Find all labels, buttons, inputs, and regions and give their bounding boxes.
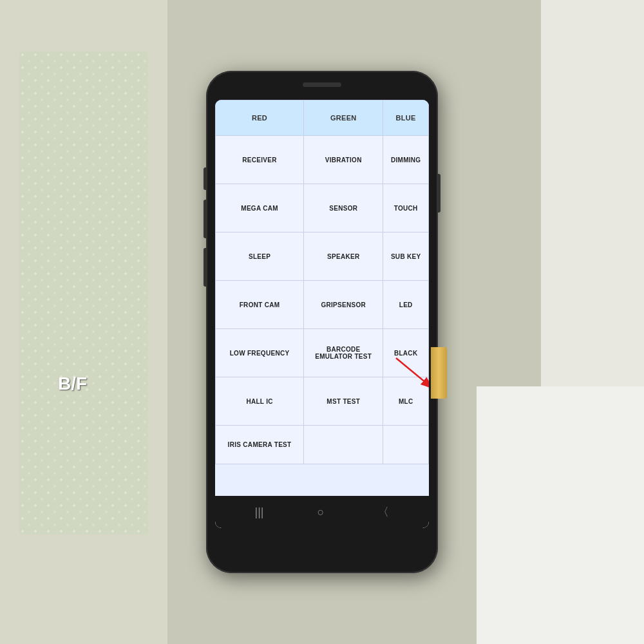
flex-connector	[431, 347, 447, 399]
menu-item-mst-test[interactable]: MST TEST	[304, 377, 383, 426]
menu-item-empty-2	[383, 426, 429, 464]
recent-apps-button[interactable]: |||	[255, 506, 264, 519]
volume-down-button[interactable]	[204, 200, 206, 238]
phone-screen: RED GREEN BLUE RECEIVER VIBRATION DIMMIN…	[215, 100, 429, 528]
test-row-2: MEGA CAM SENSOR TOUCH	[216, 184, 429, 232]
menu-item-gripsensor[interactable]: GRIPSENSOR	[304, 281, 383, 329]
menu-item-vibration[interactable]: VIBRATION	[304, 136, 383, 184]
test-menu-grid: RED GREEN BLUE RECEIVER VIBRATION DIMMIN…	[215, 100, 429, 496]
background-left	[0, 0, 167, 644]
menu-item-mlc[interactable]: MLC	[383, 377, 429, 426]
header-row: RED GREEN BLUE	[216, 100, 429, 136]
menu-item-black[interactable]: BLACK	[383, 329, 429, 377]
bubble-wrap-texture	[19, 52, 148, 535]
menu-item-hall-ic[interactable]: HALL IC	[216, 377, 304, 426]
menu-item-front-cam[interactable]: FRONT CAM	[216, 281, 304, 329]
volume-up-button[interactable]	[204, 167, 206, 190]
menu-item-speaker[interactable]: SPEAKER	[304, 232, 383, 281]
menu-item-low-frequency[interactable]: LOW FREQUENCY	[216, 329, 304, 377]
test-row-3: SLEEP SPEAKER SUB KEY	[216, 232, 429, 281]
test-row-6: HALL IC MST TEST MLC	[216, 377, 429, 426]
menu-item-empty-1	[304, 426, 383, 464]
test-row-5: LOW FREQUENCY BARCODEEMULATOR TEST BLACK	[216, 329, 429, 377]
bf-label: B/F	[58, 374, 87, 394]
power-button[interactable]	[438, 174, 440, 213]
back-button[interactable]: 〈	[377, 504, 389, 520]
table-surface	[477, 386, 644, 644]
menu-item-led[interactable]: LED	[383, 281, 429, 329]
bixby-button[interactable]	[204, 248, 206, 287]
navigation-bar: ||| ○ 〈	[215, 496, 429, 528]
phone-device: RED GREEN BLUE RECEIVER VIBRATION DIMMIN…	[206, 71, 438, 573]
test-row-4: FRONT CAM GRIPSENSOR LED	[216, 281, 429, 329]
menu-item-receiver[interactable]: RECEIVER	[216, 136, 304, 184]
header-green[interactable]: GREEN	[304, 100, 383, 136]
menu-item-iris-camera[interactable]: IRIS CAMERA TEST	[216, 426, 304, 464]
phone-speaker	[303, 82, 341, 87]
test-row-1: RECEIVER VIBRATION DIMMING	[216, 136, 429, 184]
menu-item-dimming[interactable]: DIMMING	[383, 136, 429, 184]
header-red[interactable]: RED	[216, 100, 304, 136]
menu-item-sleep[interactable]: SLEEP	[216, 232, 304, 281]
menu-item-touch[interactable]: TOUCH	[383, 184, 429, 232]
menu-item-barcode-emulator[interactable]: BARCODEEMULATOR TEST	[304, 329, 383, 377]
test-row-7: IRIS CAMERA TEST	[216, 426, 429, 464]
menu-item-mega-cam[interactable]: MEGA CAM	[216, 184, 304, 232]
menu-item-sub-key[interactable]: SUB KEY	[383, 232, 429, 281]
home-button[interactable]: ○	[317, 506, 325, 519]
header-blue[interactable]: BLUE	[383, 100, 429, 136]
menu-item-sensor[interactable]: SENSOR	[304, 184, 383, 232]
